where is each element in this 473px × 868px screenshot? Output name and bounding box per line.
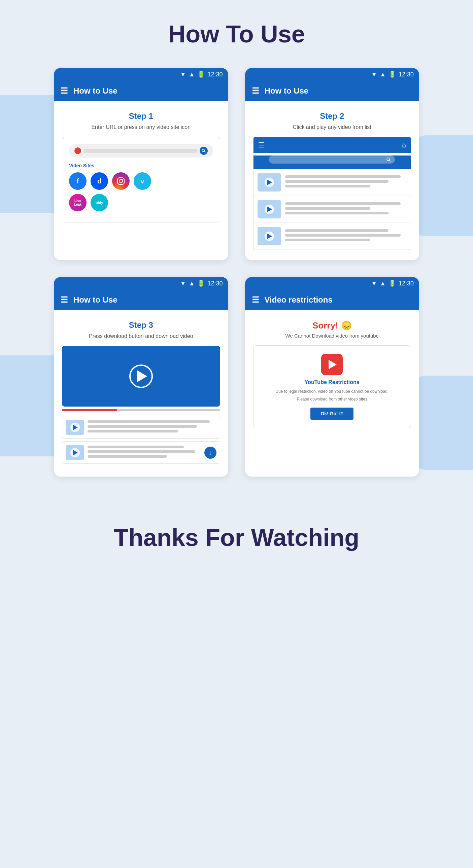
battery-icon-3: 🔋: [197, 280, 205, 287]
hamburger-icon-3[interactable]: ☰: [61, 295, 68, 305]
app-header-3: ☰ How to Use: [54, 290, 228, 310]
download-triangle-1: [73, 425, 78, 430]
progress-bar-fill: [62, 409, 117, 411]
vimeo-icon[interactable]: v: [134, 172, 151, 190]
step-3-desc: Press download button and download video: [62, 333, 220, 339]
phone-screen-3: ▼ ▲ 🔋 12:30 ☰ How to Use Step 3 Press do…: [54, 277, 228, 476]
app-title-3: How to Use: [73, 295, 118, 305]
hamburger-icon-list[interactable]: ☰: [258, 141, 264, 149]
app-header-2: ☰ How to Use: [245, 81, 419, 101]
hamburger-icon-1[interactable]: ☰: [61, 86, 68, 96]
wifi-icon-3: ▼: [180, 280, 186, 287]
list-item-3[interactable]: [254, 223, 411, 250]
restrictions-title: YouTube Restrictions: [262, 379, 403, 385]
svg-point-4: [122, 179, 123, 180]
download-item-2[interactable]: ↓: [62, 441, 220, 464]
signal-icon-3: ▲: [189, 280, 195, 287]
time-1: 12:30: [207, 71, 223, 78]
dl-line-5: [88, 450, 195, 453]
download-item-1[interactable]: [62, 416, 220, 438]
statusbar-3: ▼ ▲ 🔋 12:30: [54, 277, 228, 290]
step-2-desc: Click and play any video from list: [253, 124, 411, 130]
app-header-4: ☰ Video restrictions: [245, 290, 419, 310]
battery-icon: 🔋: [197, 71, 205, 78]
progress-bar-container: [62, 409, 220, 411]
download-thumb-1: [66, 420, 84, 435]
sorry-desc: We Cannot Download video from youtube: [253, 333, 411, 339]
svg-line-1: [204, 151, 205, 152]
app-title-1: How to Use: [73, 86, 118, 96]
card-2-content: Step 2 Click and play any video from lis…: [245, 101, 419, 260]
search-icon[interactable]: [200, 147, 208, 155]
play-icon-large[interactable]: [129, 365, 153, 388]
statusbar-2: ▼ ▲ 🔋 12:30: [245, 68, 419, 81]
signal-icon-4: ▲: [380, 280, 386, 287]
line-5: [285, 207, 370, 210]
time-2: 12:30: [398, 71, 414, 78]
url-line: [84, 149, 197, 153]
download-triangle-2: [73, 450, 78, 455]
site-icons-row-2: LiveLeak bidy: [69, 194, 213, 211]
app-title-2: How to Use: [265, 86, 309, 96]
url-bar[interactable]: [69, 144, 213, 157]
line-8: [285, 234, 401, 237]
cards-grid: ▼ ▲ 🔋 12:30 ☰ How to Use Step 1 Enter UR…: [27, 68, 446, 476]
hamburger-icon-2[interactable]: ☰: [252, 86, 259, 96]
home-icon[interactable]: ⌂: [402, 141, 406, 149]
list-item-2[interactable]: [254, 196, 411, 223]
wifi-icon-4: ▼: [371, 280, 377, 287]
dailymotion-icon[interactable]: d: [91, 172, 108, 190]
list-thumb-1: [258, 173, 281, 191]
play-icon-1: [265, 178, 274, 187]
liveleak-icon[interactable]: LiveLeak: [69, 194, 87, 211]
signal-icon-2: ▲: [380, 71, 386, 78]
phone-screen-4: ▼ ▲ 🔋 12:30 ☰ Video restrictions Sorry! …: [245, 277, 419, 438]
restrictions-text-2: Please download from other video sites: [262, 397, 403, 402]
yt-dot: [75, 147, 81, 154]
battery-icon-4: 🔋: [388, 280, 396, 287]
svg-rect-2: [118, 178, 124, 184]
dl-line-6: [88, 455, 167, 458]
statusbar-4: ▼ ▲ 🔋 12:30: [245, 277, 419, 290]
dl-line-4: [88, 445, 184, 448]
bidy-icon[interactable]: bidy: [91, 194, 108, 211]
dl-line-2: [88, 425, 197, 428]
video-sites-label: Video Sites: [69, 163, 213, 168]
list-search-bar[interactable]: [269, 155, 395, 163]
hamburger-icon-4[interactable]: ☰: [252, 295, 259, 305]
line-3: [285, 185, 370, 187]
card-step-3: ▼ ▲ 🔋 12:30 ☰ How to Use Step 3 Press do…: [54, 277, 228, 476]
card-4-content: Sorry! 😞 We Cannot Download video from y…: [245, 310, 419, 438]
dl-line-1: [88, 421, 210, 423]
facebook-icon[interactable]: f: [69, 172, 87, 190]
app-title-4: Video restrictions: [265, 295, 333, 305]
step-3-title: Step 3: [62, 320, 220, 330]
step-1-title: Step 1: [62, 112, 220, 121]
statusbar-1: ▼ ▲ 🔋 12:30: [54, 68, 228, 81]
phone-screen-1: ▼ ▲ 🔋 12:30 ☰ How to Use Step 1 Enter UR…: [54, 68, 228, 232]
got-it-button[interactable]: Ok! Got IT: [311, 408, 354, 420]
card-step-2: ▼ ▲ 🔋 12:30 ☰ How to Use Step 2 Click an…: [245, 68, 419, 260]
step-1-desc: Enter URL or press on any video site ico…: [62, 124, 220, 130]
download-arrow-icon: ↓: [209, 450, 212, 456]
download-play-1: [70, 423, 80, 432]
page-title: How To Use: [0, 0, 473, 68]
play-triangle-large: [137, 370, 147, 382]
youtube-icon: [321, 354, 343, 375]
play-triangle-3: [267, 234, 272, 239]
list-item-1[interactable]: [254, 169, 411, 196]
list-screen: ☰ ⌂: [253, 137, 411, 250]
video-player[interactable]: [62, 346, 220, 407]
time-4: 12:30: [398, 280, 414, 287]
line-6: [285, 212, 388, 214]
list-lines-2: [285, 202, 407, 216]
restrictions-text-1: Due to legal restriction, video on YouTu…: [262, 389, 403, 395]
url-bar-container: Video Sites f d v: [62, 137, 220, 222]
restrictions-box: YouTube Restrictions Due to legal restri…: [253, 345, 411, 428]
instagram-icon[interactable]: [112, 172, 129, 190]
card-step-1: ▼ ▲ 🔋 12:30 ☰ How to Use Step 1 Enter UR…: [54, 68, 228, 260]
battery-icon-2: 🔋: [388, 71, 396, 78]
line-1: [285, 175, 401, 178]
download-button[interactable]: ↓: [204, 446, 216, 459]
youtube-play-icon: [329, 360, 337, 369]
